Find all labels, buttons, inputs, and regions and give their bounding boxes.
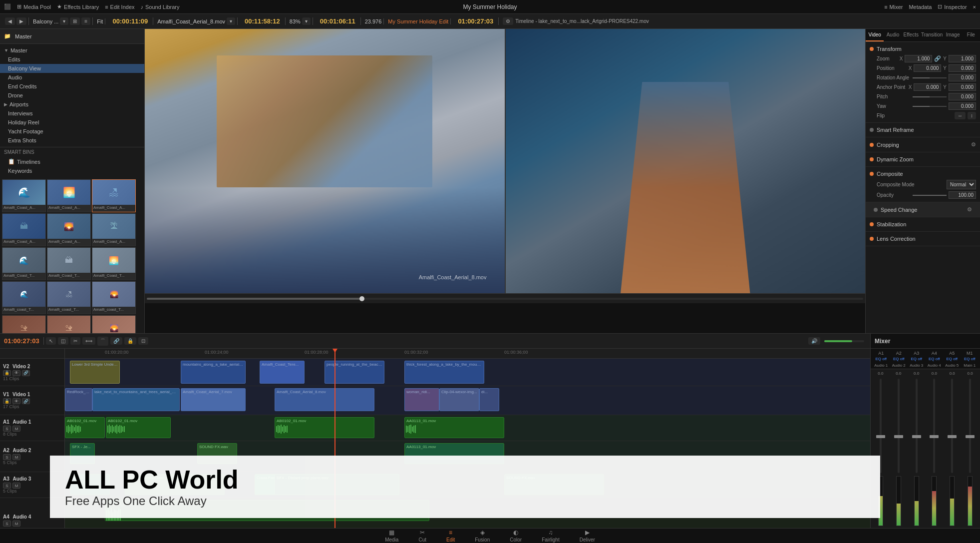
mixer-eq-m1[interactable]: EQ off xyxy=(962,357,979,361)
flip-h-btn[interactable]: ↔ xyxy=(955,112,966,119)
flip-v-btn[interactable]: ↕ xyxy=(968,112,976,119)
clip-a2-aa0113[interactable]: AA0113_01.mov xyxy=(404,443,504,464)
clip-a2-sfx[interactable]: SFX - Je... xyxy=(70,443,95,464)
opacity-slider[interactable] xyxy=(913,195,947,196)
source-monitor[interactable]: Amalfi_Coast_Aerial_8.mov 00:00:11:09 ⏮ … xyxy=(145,29,505,293)
clip-a4-aa0113[interactable]: AA0113_01.mov xyxy=(105,500,429,521)
tl-snap-btn[interactable]: ⊡ xyxy=(138,337,148,345)
media-thumb-3[interactable]: 🏖 Amalfi_Coast_A... xyxy=(92,179,136,212)
zoom-x-input[interactable] xyxy=(905,55,932,62)
media-thumb-10[interactable]: 🌊 Amalfi_coast_T... xyxy=(2,281,46,314)
media-thumb-11[interactable]: 🏖 Amalfi_coast_T... xyxy=(47,281,91,314)
clip-a1-4[interactable]: AA0113_01.mov xyxy=(404,417,504,438)
composite-mode-select[interactable]: Normal xyxy=(947,180,976,189)
timeline-settings-btn[interactable]: ⚙ xyxy=(503,17,513,25)
sidebar-item-audio[interactable]: Audio xyxy=(0,73,144,82)
clip-a3-sfx-distant[interactable]: SFX - Distant prop plane.wav xyxy=(275,474,399,495)
clip-amalfi-coast[interactable]: Amalfi_Coast_Tere... xyxy=(260,361,305,384)
nav-cut[interactable]: ✂ Cut xyxy=(418,529,426,543)
clip-a2-sound-fx[interactable]: SOUND FX.wav xyxy=(197,443,237,464)
effects-library-btn[interactable]: ★ Effects Library xyxy=(57,3,99,10)
composite-header[interactable]: Composite xyxy=(866,169,980,179)
media-thumb-13[interactable]: 🏜 RedRock_Land... xyxy=(2,315,46,333)
nav-deliver[interactable]: ▶ Deliver xyxy=(580,529,595,543)
sidebar-item-end-credits[interactable]: End Credits xyxy=(0,82,144,91)
track-v1-content[interactable]: RedRock_Talent_3 lake_next_to_mountains_… xyxy=(65,386,870,415)
tl-slip-tool[interactable]: ⟺ xyxy=(82,337,95,345)
sidebar-item-edits[interactable]: Edits xyxy=(0,55,144,64)
clip-a1-3[interactable]: AB0102_01.mov xyxy=(275,417,374,438)
track-a1-content[interactable]: AB0102_01.mov AB0102_01.mov xyxy=(65,415,870,441)
v1-eye-btn[interactable]: 👁 xyxy=(12,398,20,404)
v1-lock-btn[interactable]: 🔒 xyxy=(3,398,11,404)
speed-change-header[interactable]: Speed Change ⚙ xyxy=(870,204,976,215)
mixer-a3-fader-track[interactable] xyxy=(916,379,918,473)
mixer-a5-fader[interactable] xyxy=(948,435,957,438)
smart-reframe-header[interactable]: Smart Reframe xyxy=(866,125,980,135)
sidebar-item-drone[interactable]: Drone xyxy=(0,91,144,100)
a4-solo-btn[interactable]: S xyxy=(3,521,11,527)
a3-solo-btn[interactable]: S xyxy=(3,483,11,489)
sidebar-item-holiday-reel[interactable]: Holiday Reel xyxy=(0,118,144,127)
inspector-btn[interactable]: ⊡ Inspector xyxy=(938,3,967,10)
media-thumb-15[interactable]: 🌄 RedRock_Land... xyxy=(92,315,136,333)
zoom-dropdown[interactable]: ▾ xyxy=(302,17,311,25)
clip-di[interactable]: di... xyxy=(479,388,499,411)
pitch-slider[interactable] xyxy=(913,96,947,97)
mixer-m1-fader-track[interactable] xyxy=(969,379,971,473)
track-a2-content[interactable]: SFX - Je... SOUND FX.wav AA0113_01.mov xyxy=(65,441,870,472)
timecode-source[interactable]: 00:00:11:09 xyxy=(109,17,151,25)
nav-fusion[interactable]: ◈ Fusion xyxy=(475,529,490,543)
mixer-a2-fader[interactable] xyxy=(894,435,903,438)
sidebar-item-master[interactable]: ▼ Master xyxy=(0,46,144,55)
clip-lake-mountains[interactable]: lake_next_to_mountains_and_trees_aerial_… xyxy=(92,388,180,411)
clip-redrock[interactable]: RedRock_Talent_3 xyxy=(65,388,92,411)
inspector-tab-transition[interactable]: Transition xyxy=(920,29,944,41)
a2-solo-btn[interactable]: S xyxy=(3,454,11,460)
inspector-tab-video[interactable]: Video xyxy=(866,29,884,41)
tl-trim-tool[interactable]: ◫ xyxy=(58,337,68,345)
metadata-btn[interactable]: Metadata xyxy=(909,4,932,10)
yaw-input[interactable] xyxy=(949,102,976,110)
pitch-input[interactable] xyxy=(949,93,976,100)
sound-library-btn[interactable]: ♪ Sound Library xyxy=(141,4,180,10)
forward-btn[interactable]: ▶ xyxy=(16,17,26,25)
sidebar-item-airports[interactable]: ▶ Airports xyxy=(0,100,144,109)
sidebar-item-extra-shots[interactable]: Extra Shots xyxy=(0,136,144,145)
clip-a1-1[interactable]: AB0102_01.mov xyxy=(65,417,105,438)
media-thumb-8[interactable]: 🏔 Amalfi_Coast_T... xyxy=(47,247,91,280)
timecode-out[interactable]: 00:01:06:11 xyxy=(317,17,358,25)
media-thumb-1[interactable]: 🌊 Amalfi_Coast_A... xyxy=(2,179,46,212)
tl-audio-btn[interactable]: 🔊 xyxy=(808,337,820,345)
position-y-input[interactable] xyxy=(949,64,976,72)
position-x-input[interactable] xyxy=(914,64,941,72)
nav-fairlight[interactable]: ♫ Fairlight xyxy=(542,529,560,543)
stabilization-header[interactable]: Stabilization xyxy=(866,219,980,229)
davinci-logo[interactable]: ⬛ xyxy=(4,3,11,10)
rotation-input[interactable] xyxy=(949,74,976,81)
a4-mute-btn[interactable]: M xyxy=(12,521,20,527)
opacity-input[interactable] xyxy=(949,191,976,199)
sidebar-item-yacht-footage[interactable]: Yacht Footage xyxy=(0,127,144,136)
clip-mountains-lake[interactable]: mountains_along_a_lake_aerial_by_Roma... xyxy=(181,361,246,384)
mixer-a4-fader-track[interactable] xyxy=(933,379,935,473)
clip-people-beach[interactable]: people_running_at_the_beach_in_brig... xyxy=(325,361,384,384)
clip-a1-2[interactable]: AB0102_01.mov xyxy=(106,417,171,438)
tl-link-tool[interactable]: 🔗 xyxy=(110,337,122,345)
back-btn[interactable]: ◀ xyxy=(5,17,15,25)
mixer-a5-fader-track[interactable] xyxy=(951,379,953,473)
sidebar-item-interviews[interactable]: Interviews xyxy=(0,109,144,118)
media-thumb-12[interactable]: 🌄 Amalfi_coast_T... xyxy=(92,281,136,314)
mixer-a2-fader-track[interactable] xyxy=(898,379,900,473)
inspector-tab-file[interactable]: File xyxy=(962,29,980,41)
view-grid-btn[interactable]: ⊞ xyxy=(70,17,80,25)
close-btn[interactable]: × xyxy=(973,4,976,10)
track-a3-content[interactable]: SFX... SFX - Overhead.wav Cross Fade SFX… xyxy=(65,472,870,498)
media-thumb-14[interactable]: 🏜 RedRock_Land... xyxy=(47,315,91,333)
sidebar-item-keywords[interactable]: Keywords xyxy=(0,166,144,175)
clip-a3-sound-fx-end[interactable]: SOUND FX.wav xyxy=(504,474,604,495)
bin-dropdown[interactable]: ▾ xyxy=(60,17,68,25)
nav-color[interactable]: ◐ Color xyxy=(510,529,522,543)
clip-lower-3rd[interactable]: Lower 3rd Simple Underline xyxy=(70,361,120,384)
tl-audio-level[interactable] xyxy=(824,340,864,342)
